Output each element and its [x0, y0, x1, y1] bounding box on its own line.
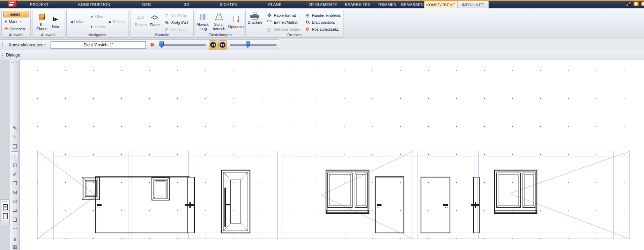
toolstrip-grip[interactable]	[11, 62, 18, 63]
level-slider-thumb[interactable]	[160, 41, 164, 48]
camera-view-button[interactable]: ⊡	[11, 161, 19, 169]
blatt-position-button[interactable]: ↻ Blatt position.	[303, 19, 342, 25]
level-slider[interactable]	[159, 41, 206, 49]
dialoge-label: Dialoge:	[6, 53, 21, 58]
group-label-drucken: Drucken	[246, 33, 343, 37]
papierformat-label: Papierformat	[274, 13, 296, 17]
group-label-auswahl-2: Auswahl	[32, 33, 64, 37]
einheit-button[interactable]: Einheit/Maßst.	[265, 19, 301, 25]
panel-edge-icon[interactable]	[641, 1, 644, 6]
tab-konstruktion[interactable]: KONSTRUKTION	[58, 1, 131, 8]
measure-pen-disabled-button[interactable]: ✎	[11, 133, 19, 141]
nav-links-button[interactable]: ◀ Links	[70, 20, 83, 24]
copy-add-button[interactable]: ❑	[11, 215, 19, 224]
unfold-map-icon	[200, 14, 207, 20]
var-dicke-button[interactable]: ▽ Var.Dicke	[162, 12, 190, 19]
var-dicke-icon: ▽	[163, 13, 170, 19]
tab-2d-elemente[interactable]: 2D-ELEMENTE	[304, 1, 342, 8]
abwicklung-button[interactable]: Abwick-lung	[195, 12, 211, 31]
depth-slider[interactable]	[230, 41, 277, 49]
tab-konst-ebene[interactable]: KONST-EBENE	[424, 1, 457, 8]
selekt-button[interactable]: ➤ Selekt	[3, 11, 29, 17]
skip-forward-button[interactable]	[209, 40, 217, 50]
loeschen-button[interactable]: ✗ Löschen	[162, 26, 190, 33]
nav-unten-button[interactable]: ▼ Unten	[70, 25, 125, 29]
papierformat-button[interactable]: ✥ Papierformat	[265, 12, 301, 18]
group-einstellungen: Abwick-lung ↕ Sicht-bereich Optionen Ein…	[196, 10, 244, 38]
ribbon: ➤ Selekt ➤ Mark. ▾ ✚ Optionen Auswahl ➤ …	[0, 8, 644, 39]
skip-back-button[interactable]	[218, 40, 227, 50]
tab-strip: PROJEKTKONSTRUKTIONGEG3DSICHTENPLÄNE2D-E…	[21, 1, 489, 8]
tab-trimmen[interactable]: TRIMMEN	[373, 1, 401, 8]
mark-button[interactable]: ➤ Mark. ▾	[3, 18, 29, 25]
blatt-position-label: Blatt position.	[312, 20, 335, 24]
group-label-navigation: Navigation	[67, 33, 128, 37]
group-auswahl-2: ➤ K-Ebene ▶ Neu Auswahl	[32, 10, 64, 38]
drucken-button[interactable]: Drucken	[247, 12, 263, 25]
tab-bemassen[interactable]: BEMASSEN	[401, 1, 424, 8]
view-name-field[interactable]	[51, 41, 146, 48]
level-height-button[interactable]: ↨	[11, 151, 19, 159]
rechts-label: Rechts	[113, 20, 125, 24]
slider-groove-2	[230, 44, 277, 46]
toolbar-grip[interactable]	[2, 41, 3, 48]
mehrere-seiten-button[interactable]: ▤ Mehrere Seiten	[265, 26, 301, 32]
tab-sichten[interactable]: SICHTEN	[211, 1, 246, 8]
drawing-canvas[interactable]	[20, 60, 644, 250]
platte-button[interactable]: Platte	[149, 12, 161, 28]
panel-layout-icon[interactable]	[634, 1, 639, 6]
nav-rechts-button[interactable]: ▶ Rechts	[109, 20, 125, 24]
app-logo[interactable]	[8, 0, 17, 7]
cursor-icon: ➤	[3, 12, 9, 17]
palette-grip[interactable]	[2, 201, 8, 202]
mirror-copy-button[interactable]: ⋈	[11, 197, 19, 205]
more-options-button[interactable]: ▪ ▪ ▪	[11, 225, 19, 233]
tab-geg[interactable]: GEG	[131, 1, 162, 8]
tab-pl-ne[interactable]: PLÄNE	[246, 1, 304, 8]
dialoge-grip[interactable]	[2, 52, 3, 59]
add-element-button[interactable]: ❐	[11, 179, 19, 187]
measure-pen-button[interactable]: ✎	[11, 124, 19, 132]
delete-view-button[interactable]: ✖	[150, 42, 155, 48]
dialoge-bar: Dialoge:	[0, 50, 644, 60]
tab-bearbeiten[interactable]: BEARBEITEN	[342, 1, 373, 8]
group-label-einstellungen: Einstellungen	[196, 33, 244, 37]
konstruktionsebene-toolbar: Konstruktionsebene ✖	[0, 39, 279, 50]
copy-properties-button[interactable]: ❏	[11, 142, 19, 150]
balken-button[interactable]: Balken	[134, 12, 148, 28]
raender-button[interactable]: ⊞ Ränder einblend.	[303, 12, 342, 18]
map-pin-icon	[305, 27, 310, 31]
nav-oben-button[interactable]: ▲ Oben	[70, 14, 125, 18]
group-label-bauteile: Bauteile	[131, 33, 193, 37]
matrix-button[interactable]: ▦	[11, 243, 19, 250]
tab-projekt[interactable]: PROJEKT	[21, 1, 58, 8]
measure-pen-icon: ✎	[13, 126, 17, 131]
k-ebene-button[interactable]: ➤ K-Ebene	[35, 12, 49, 31]
k-ebene-icon: ➤	[39, 14, 45, 21]
arrow-down-icon: ▼	[90, 25, 93, 29]
mirror-button[interactable]: ⋈	[11, 188, 19, 196]
pos-zuruecksetzen-button[interactable]: Pos zurücksetz.	[303, 26, 342, 32]
home-document-button[interactable]: ⌂	[2, 212, 9, 220]
edit-point-button[interactable]: ✐	[11, 170, 19, 178]
optionen-button[interactable]: ✚ Optionen	[3, 25, 29, 32]
distribute-button[interactable]: ╥	[11, 234, 19, 242]
einstellungen-optionen-button[interactable]: Optionen	[227, 14, 245, 29]
mehrere-seiten-label: Mehrere Seiten	[274, 27, 300, 31]
depth-slider-thumb[interactable]	[246, 41, 250, 48]
konstruktionsebene-label: Konstruktionsebene	[9, 43, 46, 47]
tab-info-hilfe[interactable]: INFO/HILFE	[457, 1, 489, 8]
tools-icon[interactable]	[626, 1, 631, 7]
tab-3d[interactable]: 3D	[162, 1, 211, 8]
swap-button[interactable]: ⇄	[11, 206, 19, 214]
mark-label: Mark.	[9, 20, 18, 24]
sichtbereich-button[interactable]: ↕ Sicht-bereich	[212, 12, 226, 31]
steigung-button[interactable]: % Steig./Gef.	[162, 19, 190, 26]
view-range-icon: ↕	[215, 14, 223, 20]
area-document-button[interactable]: m²	[2, 203, 9, 211]
level-height-icon: ↨	[14, 153, 16, 158]
neu-button[interactable]: ▶ Neu	[50, 14, 61, 29]
more-options-icon: ▪ ▪ ▪	[13, 226, 17, 231]
percent-icon: %	[163, 20, 170, 26]
pages-icon: ▤	[266, 26, 272, 32]
